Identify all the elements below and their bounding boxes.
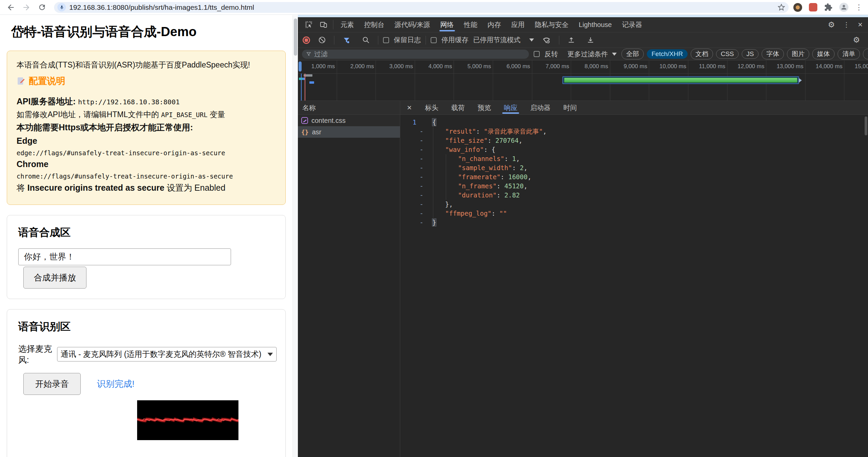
timeline-gridline: 6,000 ms [493,60,532,101]
device-toolbar-icon[interactable] [316,17,331,32]
fold-marker[interactable]: - [416,172,427,182]
mic-select-label: 选择麦克风: [18,343,54,366]
browser-menu-icon[interactable]: ⋮ [855,4,863,11]
devtools-close-icon[interactable]: × [854,20,866,29]
request-row-asr[interactable]: {}asr [298,126,400,138]
config-doc-link[interactable]: 配置说明 [29,75,65,87]
timeline-tick-label: 15,000 ms [855,63,868,70]
edit-hint-code: API_BASE_URL [161,111,207,118]
devtools-tab-记录器[interactable]: 记录器 [617,17,647,32]
detail-tab-标头[interactable]: 标头 [418,101,445,114]
disable-cache-label[interactable]: 停用缓存 [441,35,468,45]
more-filters-dropdown[interactable]: 更多过滤条件 [567,50,617,59]
tts-text-input[interactable] [18,248,231,265]
code-line: -"result": "录音此事录音此事", [400,127,868,136]
detail-tab-时间[interactable]: 时间 [557,101,583,114]
extension-icon-1[interactable] [793,3,802,12]
filter-pill-JS[interactable]: JS [742,49,759,59]
synthesize-play-button[interactable]: 合成并播放 [23,267,86,289]
filter-pill-Fetch/XHR[interactable]: Fetch/XHR [647,49,688,59]
bookmark-star-icon[interactable] [777,3,785,11]
close-detail-icon[interactable]: × [400,101,418,114]
fold-marker[interactable]: - [416,154,427,163]
devtools-tab-隐私与安全[interactable]: 隐私与安全 [530,17,574,32]
preserve-log-checkbox[interactable] [383,37,389,43]
filter-pill-套接字[interactable]: 套接字 [863,49,868,59]
network-filter-input[interactable]: 过滤 [302,50,529,59]
code-line: -"duration": 2.82 [400,191,868,200]
disable-cache-checkbox[interactable] [431,37,437,43]
back-button[interactable] [5,2,16,13]
detail-tab-响应[interactable]: 响应 [497,101,524,114]
filter-toggle-icon[interactable] [339,36,354,44]
record-network-log-icon[interactable] [303,36,310,44]
request-row-content.css[interactable]: content.css [298,115,400,126]
fold-marker[interactable]: - [416,200,427,209]
fold-marker[interactable]: - [416,163,427,172]
fold-marker[interactable]: - [416,182,427,191]
filter-pill-全部[interactable]: 全部 [621,49,644,59]
devtools-tab-控制台[interactable]: 控制台 [359,17,389,32]
invert-filter-checkbox[interactable] [534,51,540,57]
clear-network-log-icon[interactable] [315,36,329,44]
fold-marker[interactable]: - [416,191,427,200]
devtools-menu-icon[interactable]: ⋮ [840,21,853,29]
fold-marker[interactable]: - [416,218,427,227]
domcontentloaded-line [301,74,302,101]
inspect-element-icon[interactable] [301,17,316,32]
https-note: 本功能需要Https或本地开启授权才能正常使用: [17,122,276,133]
devtools-tab-内存[interactable]: 内存 [483,17,506,32]
extension-icon-2[interactable] [809,3,817,11]
detail-tab-预览[interactable]: 预览 [471,101,497,114]
import-har-icon[interactable] [564,36,579,44]
filter-pill-CSS[interactable]: CSS [716,49,739,59]
fold-marker[interactable]: - [416,209,427,218]
filter-pill-文档[interactable]: 文档 [691,49,713,59]
timeline-tick-label: 10,000 ms [660,63,686,70]
detail-tab-载荷[interactable]: 载荷 [445,101,471,114]
address-bar[interactable]: 192.168.36.1:8080/publish/srt/ha-images1… [54,2,789,13]
request-name: content.css [311,117,346,125]
throttling-dropdown[interactable]: 已停用节流模式 [473,35,534,45]
network-settings-gear-icon[interactable]: ⚙ [849,35,863,45]
fold-marker[interactable]: - [416,127,427,136]
fold-marker[interactable]: - [416,136,427,145]
devtools-tab-源代码/来源[interactable]: 源代码/来源 [389,17,435,32]
microphone-permission-icon[interactable] [57,3,66,11]
page-scrollbar[interactable] [292,15,298,457]
export-har-icon[interactable] [583,36,598,44]
reload-button[interactable] [36,2,47,13]
recognition-status-text: 识别完成! [97,378,134,390]
devtools-settings-icon[interactable]: ⚙ [824,20,838,29]
filter-pill-媒体[interactable]: 媒体 [812,49,835,59]
url-text[interactable]: 192.168.36.1:8080/publish/srt/ha-images1… [69,3,777,11]
filter-pill-清单[interactable]: 清单 [838,49,860,59]
filter-pill-字体[interactable]: 字体 [762,49,784,59]
microphone-select[interactable]: 通讯 - 麦克风阵列 (适用于数字麦克风的英特尔® 智音技术) [57,347,277,361]
detail-tab-启动器[interactable]: 启动器 [524,101,557,114]
devtools-tab-Lighthouse[interactable]: Lighthouse [574,17,617,32]
response-scrollbar-thumb[interactable] [865,116,867,135]
forward-button[interactable] [21,2,32,13]
start-recording-button[interactable]: 开始录音 [23,373,81,395]
page-scrollbar-thumb[interactable] [294,19,297,56]
timeline-tick-label: 9,000 ms [623,63,647,70]
preserve-log-label[interactable]: 保留日志 [394,35,421,45]
search-network-icon[interactable] [359,36,373,44]
timeline-gridline: 1,000 ms [298,60,337,101]
devtools-tab-应用[interactable]: 应用 [506,17,530,32]
edge-label: Edge [17,135,276,147]
profile-avatar[interactable] [839,3,848,12]
invert-filter-label[interactable]: 反转 [544,50,558,59]
fold-marker[interactable]: - [416,145,427,154]
network-conditions-icon[interactable] [539,36,554,45]
response-code[interactable]: 1{-"result": "录音此事录音此事",-"file_size": 27… [400,115,868,457]
devtools-tab-性能[interactable]: 性能 [459,17,483,32]
request-name-column-header[interactable]: 名称 [298,101,400,115]
extensions-puzzle-icon[interactable] [824,3,833,11]
network-toolbar: 保留日志 停用缓存 已停用节流模式 ⚙ [298,32,868,48]
devtools-tab-元素[interactable]: 元素 [335,17,359,32]
devtools-tab-网络[interactable]: 网络 [435,17,459,32]
filter-pill-图片[interactable]: 图片 [787,49,809,59]
network-overview-timeline[interactable]: 1,000 ms2,000 ms3,000 ms4,000 ms5,000 ms… [298,60,868,101]
